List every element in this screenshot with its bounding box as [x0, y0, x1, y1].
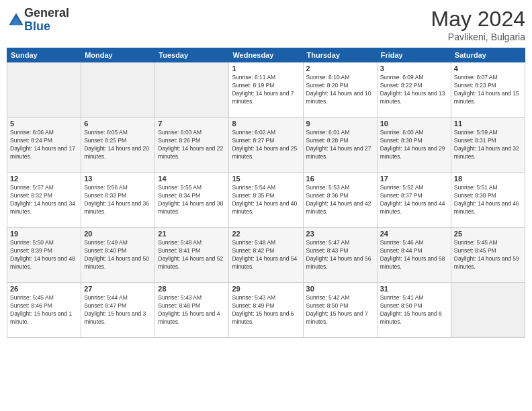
title-block: May 2024 Pavlikeni, Bulgaria	[431, 7, 525, 42]
day-info: Sunrise: 5:41 AMSunset: 8:50 PMDaylight:…	[380, 294, 448, 326]
day-number: 8	[232, 120, 300, 128]
calendar-day-cell: 18Sunrise: 5:51 AMSunset: 8:38 PMDayligh…	[451, 173, 525, 228]
header-friday: Friday	[377, 48, 451, 62]
day-number: 29	[232, 285, 300, 293]
day-info: Sunrise: 5:48 AMSunset: 8:42 PMDaylight:…	[232, 239, 300, 271]
calendar-day-cell: 13Sunrise: 5:56 AMSunset: 8:33 PMDayligh…	[81, 173, 155, 228]
day-info: Sunrise: 6:05 AMSunset: 8:25 PMDaylight:…	[84, 129, 152, 161]
header-wednesday: Wednesday	[229, 48, 303, 62]
day-info: Sunrise: 5:52 AMSunset: 8:37 PMDaylight:…	[380, 184, 448, 216]
day-number: 17	[380, 175, 448, 183]
calendar-day-cell: 25Sunrise: 5:45 AMSunset: 8:45 PMDayligh…	[451, 228, 525, 283]
calendar-table: Sunday Monday Tuesday Wednesday Thursday…	[7, 48, 525, 338]
logo-general-text: General	[24, 6, 69, 19]
logo-blue-text: Blue	[24, 19, 50, 33]
calendar-week-row: 19Sunrise: 5:50 AMSunset: 8:39 PMDayligh…	[7, 228, 525, 283]
day-number: 20	[84, 230, 152, 238]
calendar-week-row: 12Sunrise: 5:57 AMSunset: 8:32 PMDayligh…	[7, 173, 525, 228]
calendar-day-cell: 9Sunrise: 6:01 AMSunset: 8:28 PMDaylight…	[303, 118, 377, 173]
calendar-day-cell: 7Sunrise: 6:03 AMSunset: 8:26 PMDaylight…	[155, 118, 229, 173]
header-saturday: Saturday	[451, 48, 525, 62]
calendar-day-cell: 26Sunrise: 5:45 AMSunset: 8:46 PMDayligh…	[7, 283, 81, 338]
day-number: 11	[454, 120, 522, 128]
day-number: 26	[10, 285, 78, 293]
day-number: 7	[158, 120, 226, 128]
day-info: Sunrise: 5:59 AMSunset: 8:31 PMDaylight:…	[454, 129, 522, 161]
day-number: 18	[454, 175, 522, 183]
day-number: 21	[158, 230, 226, 238]
day-info: Sunrise: 5:49 AMSunset: 8:40 PMDaylight:…	[84, 239, 152, 271]
day-info: Sunrise: 5:47 AMSunset: 8:43 PMDaylight:…	[306, 239, 374, 271]
day-info: Sunrise: 5:45 AMSunset: 8:45 PMDaylight:…	[454, 239, 522, 271]
calendar-title: May 2024	[431, 7, 525, 32]
day-number: 22	[232, 230, 300, 238]
day-number: 23	[306, 230, 374, 238]
day-info: Sunrise: 5:55 AMSunset: 8:34 PMDaylight:…	[158, 184, 226, 216]
calendar-day-cell: 30Sunrise: 5:42 AMSunset: 8:50 PMDayligh…	[303, 283, 377, 338]
calendar-day-cell: 21Sunrise: 5:48 AMSunset: 8:41 PMDayligh…	[155, 228, 229, 283]
calendar-day-cell: 24Sunrise: 5:46 AMSunset: 8:44 PMDayligh…	[377, 228, 451, 283]
day-number: 5	[10, 120, 78, 128]
calendar-day-cell: 16Sunrise: 5:53 AMSunset: 8:36 PMDayligh…	[303, 173, 377, 228]
day-info: Sunrise: 6:09 AMSunset: 8:22 PMDaylight:…	[380, 74, 448, 106]
day-number: 19	[10, 230, 78, 238]
calendar-day-cell: 12Sunrise: 5:57 AMSunset: 8:32 PMDayligh…	[7, 173, 81, 228]
calendar-day-cell: 20Sunrise: 5:49 AMSunset: 8:40 PMDayligh…	[81, 228, 155, 283]
day-number: 3	[380, 64, 448, 73]
day-info: Sunrise: 5:43 AMSunset: 8:49 PMDaylight:…	[232, 294, 300, 326]
day-number: 9	[306, 120, 374, 128]
calendar-day-cell: 19Sunrise: 5:50 AMSunset: 8:39 PMDayligh…	[7, 228, 81, 283]
calendar-day-cell: 22Sunrise: 5:48 AMSunset: 8:42 PMDayligh…	[229, 228, 303, 283]
calendar-day-cell: 29Sunrise: 5:43 AMSunset: 8:49 PMDayligh…	[229, 283, 303, 338]
day-number: 31	[380, 285, 448, 293]
logo-icon	[8, 12, 24, 28]
day-number: 27	[84, 285, 152, 293]
day-info: Sunrise: 5:43 AMSunset: 8:48 PMDaylight:…	[158, 294, 226, 326]
calendar-week-row: 26Sunrise: 5:45 AMSunset: 8:46 PMDayligh…	[7, 283, 525, 338]
header-sunday: Sunday	[7, 48, 81, 62]
calendar-day-cell: 2Sunrise: 6:10 AMSunset: 8:20 PMDaylight…	[303, 62, 377, 118]
calendar-day-cell	[81, 62, 155, 118]
day-number: 25	[454, 230, 522, 238]
day-number: 2	[306, 64, 374, 73]
day-info: Sunrise: 5:48 AMSunset: 8:41 PMDaylight:…	[158, 239, 226, 271]
calendar-location: Pavlikeni, Bulgaria	[431, 32, 525, 42]
day-number: 15	[232, 175, 300, 183]
header-tuesday: Tuesday	[155, 48, 229, 62]
day-number: 4	[454, 64, 522, 73]
day-info: Sunrise: 6:01 AMSunset: 8:28 PMDaylight:…	[306, 129, 374, 161]
day-info: Sunrise: 5:53 AMSunset: 8:36 PMDaylight:…	[306, 184, 374, 216]
calendar-day-cell: 17Sunrise: 5:52 AMSunset: 8:37 PMDayligh…	[377, 173, 451, 228]
day-number: 24	[380, 230, 448, 238]
day-info: Sunrise: 6:07 AMSunset: 8:23 PMDaylight:…	[454, 74, 522, 106]
day-number: 13	[84, 175, 152, 183]
calendar-day-cell	[451, 283, 525, 338]
calendar-week-row: 5Sunrise: 6:06 AMSunset: 8:24 PMDaylight…	[7, 118, 525, 173]
header-thursday: Thursday	[303, 48, 377, 62]
calendar-day-cell: 8Sunrise: 6:02 AMSunset: 8:27 PMDaylight…	[229, 118, 303, 173]
day-number: 1	[232, 64, 300, 73]
calendar-day-cell	[155, 62, 229, 118]
calendar-day-cell: 1Sunrise: 6:11 AMSunset: 8:19 PMDaylight…	[229, 62, 303, 118]
calendar-header-row: Sunday Monday Tuesday Wednesday Thursday…	[7, 48, 525, 62]
day-number: 14	[158, 175, 226, 183]
page: General Blue May 2024 Pavlikeni, Bulgari…	[0, 0, 532, 411]
day-info: Sunrise: 5:46 AMSunset: 8:44 PMDaylight:…	[380, 239, 448, 271]
day-info: Sunrise: 6:06 AMSunset: 8:24 PMDaylight:…	[10, 129, 78, 161]
calendar-day-cell: 5Sunrise: 6:06 AMSunset: 8:24 PMDaylight…	[7, 118, 81, 173]
calendar-day-cell: 31Sunrise: 5:41 AMSunset: 8:50 PMDayligh…	[377, 283, 451, 338]
day-number: 28	[158, 285, 226, 293]
day-number: 30	[306, 285, 374, 293]
calendar-day-cell: 14Sunrise: 5:55 AMSunset: 8:34 PMDayligh…	[155, 173, 229, 228]
day-info: Sunrise: 6:02 AMSunset: 8:27 PMDaylight:…	[232, 129, 300, 161]
day-info: Sunrise: 6:00 AMSunset: 8:30 PMDaylight:…	[380, 129, 448, 161]
calendar-week-row: 1Sunrise: 6:11 AMSunset: 8:19 PMDaylight…	[7, 62, 525, 118]
day-info: Sunrise: 5:42 AMSunset: 8:50 PMDaylight:…	[306, 294, 374, 326]
day-info: Sunrise: 5:44 AMSunset: 8:47 PMDaylight:…	[84, 294, 152, 326]
calendar-day-cell: 28Sunrise: 5:43 AMSunset: 8:48 PMDayligh…	[155, 283, 229, 338]
calendar-day-cell: 11Sunrise: 5:59 AMSunset: 8:31 PMDayligh…	[451, 118, 525, 173]
day-number: 6	[84, 120, 152, 128]
calendar-day-cell: 6Sunrise: 6:05 AMSunset: 8:25 PMDaylight…	[81, 118, 155, 173]
calendar-day-cell: 10Sunrise: 6:00 AMSunset: 8:30 PMDayligh…	[377, 118, 451, 173]
day-number: 16	[306, 175, 374, 183]
